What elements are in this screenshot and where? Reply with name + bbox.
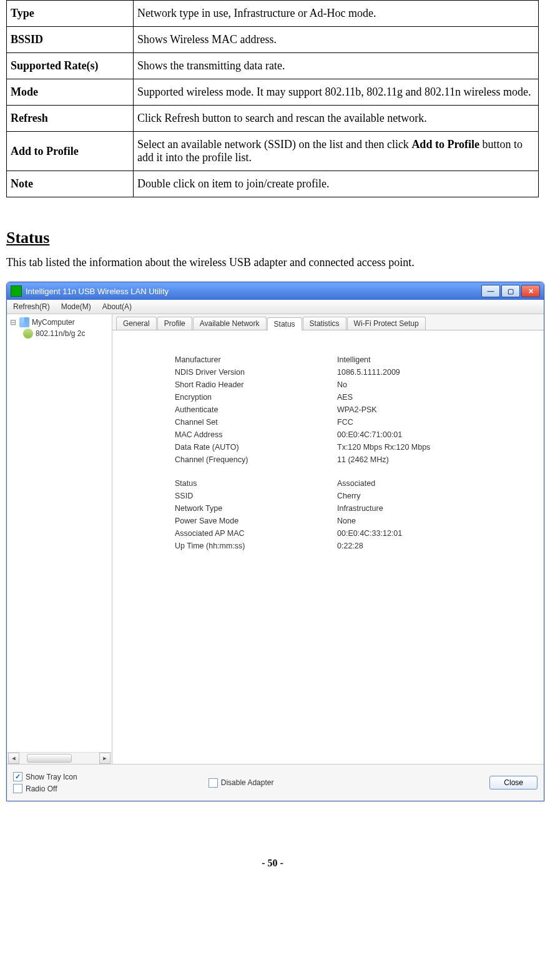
definition-row: TypeNetwork type in use, Infrastructure … bbox=[7, 1, 539, 27]
status-key: Channel Set bbox=[175, 418, 337, 427]
definition-row: Add to ProfileSelect an available networ… bbox=[7, 132, 539, 171]
show-tray-checkbox[interactable]: ✓ Show Tray Icon bbox=[13, 772, 77, 781]
status-key: MAC Address bbox=[175, 430, 337, 439]
status-value: Tx:120 Mbps Rx:120 Mbps bbox=[337, 443, 531, 452]
definition-term: Refresh bbox=[7, 106, 134, 132]
status-value: Cherry bbox=[337, 492, 531, 500]
checkbox-unchecked-icon bbox=[209, 778, 218, 788]
tab-wi-fi-protect-setup[interactable]: Wi-Fi Protect Setup bbox=[347, 317, 426, 330]
tree-root-label: MyComputer bbox=[32, 318, 75, 327]
status-key: Manufacturer bbox=[175, 355, 337, 364]
tab-status[interactable]: Status bbox=[267, 317, 302, 330]
status-row: ManufacturerIntelligent bbox=[175, 355, 531, 364]
status-key: Authenticate bbox=[175, 405, 337, 414]
status-key: Short Radio Header bbox=[175, 380, 337, 389]
definition-desc: Shows Wireless MAC address. bbox=[134, 27, 539, 53]
definition-desc: Select an available network (SSID) on th… bbox=[134, 132, 539, 171]
scroll-thumb[interactable] bbox=[27, 754, 72, 763]
definition-desc: Click Refresh button to search and resca… bbox=[134, 106, 539, 132]
status-row: Network TypeInfrastructure bbox=[175, 504, 531, 513]
definition-row: Supported Rate(s)Shows the transmitting … bbox=[7, 53, 539, 79]
status-value: FCC bbox=[337, 418, 531, 427]
status-value: Intelligent bbox=[337, 355, 531, 364]
tree-child[interactable]: 802.11n/b/g 2c bbox=[7, 328, 112, 339]
status-row: SSIDCherry bbox=[175, 492, 531, 500]
menu-mode[interactable]: Mode(M) bbox=[61, 302, 91, 311]
tab-general[interactable]: General bbox=[116, 317, 157, 330]
computer-icon bbox=[19, 317, 29, 327]
status-row: Power Save ModeNone bbox=[175, 517, 531, 525]
definition-row: RefreshClick Refresh button to search an… bbox=[7, 106, 539, 132]
disable-adapter-label: Disable Adapter bbox=[221, 778, 274, 787]
status-row: NDIS Driver Version1086.5.1111.2009 bbox=[175, 368, 531, 377]
definition-term: BSSID bbox=[7, 27, 134, 53]
status-key: Associated AP MAC bbox=[175, 529, 337, 538]
tab-strip: GeneralProfileAvailable NetworkStatusSta… bbox=[112, 314, 544, 330]
menu-about[interactable]: About(A) bbox=[102, 302, 132, 311]
close-window-button[interactable]: ✕ bbox=[521, 285, 540, 297]
definition-row: NoteDouble click on item to join/create … bbox=[7, 171, 539, 197]
status-value: Associated bbox=[337, 479, 531, 488]
status-row: Data Rate (AUTO)Tx:120 Mbps Rx:120 Mbps bbox=[175, 443, 531, 452]
status-row: EncryptionAES bbox=[175, 393, 531, 402]
scroll-left-icon[interactable]: ◄ bbox=[8, 753, 19, 764]
bottom-bar: ✓ Show Tray Icon Radio Off Disable Adapt… bbox=[7, 764, 544, 801]
section-intro: This tab listed the information about th… bbox=[6, 256, 539, 269]
status-value: 00:E0:4C:71:00:01 bbox=[337, 430, 531, 439]
disable-adapter-checkbox[interactable]: Disable Adapter bbox=[209, 778, 274, 788]
tree-root[interactable]: ⊟ MyComputer bbox=[7, 317, 112, 328]
status-row: AuthenticateWPA2-PSK bbox=[175, 405, 531, 414]
definition-desc: Double click on item to join/create prof… bbox=[134, 171, 539, 197]
checkbox-checked-icon: ✓ bbox=[13, 772, 22, 781]
status-key: Network Type bbox=[175, 504, 337, 513]
minimize-button[interactable]: — bbox=[481, 285, 500, 297]
definitions-table: TypeNetwork type in use, Infrastructure … bbox=[6, 0, 539, 197]
maximize-button[interactable]: ▢ bbox=[501, 285, 520, 297]
status-value: 00:E0:4C:33:12:01 bbox=[337, 529, 531, 538]
app-window: Intelligent 11n USB Wireless LAN Utility… bbox=[6, 282, 544, 801]
tab-statistics[interactable]: Statistics bbox=[303, 317, 346, 330]
adapter-icon bbox=[23, 329, 33, 339]
titlebar: Intelligent 11n USB Wireless LAN Utility… bbox=[7, 282, 544, 300]
close-button[interactable]: Close bbox=[489, 776, 538, 789]
status-row: Channel (Frequency)11 (2462 MHz) bbox=[175, 455, 531, 464]
status-value: None bbox=[337, 517, 531, 525]
definition-term: Supported Rate(s) bbox=[7, 53, 134, 79]
definition-desc: Supported wireless mode. It may support … bbox=[134, 79, 539, 106]
status-row: Associated AP MAC00:E0:4C:33:12:01 bbox=[175, 529, 531, 538]
status-value: 1086.5.1111.2009 bbox=[337, 368, 531, 377]
radio-off-checkbox[interactable]: Radio Off bbox=[13, 784, 77, 793]
status-key: Up Time (hh:mm:ss) bbox=[175, 542, 337, 550]
app-icon bbox=[11, 285, 22, 297]
definition-term: Mode bbox=[7, 79, 134, 106]
tab-available-network[interactable]: Available Network bbox=[193, 317, 267, 330]
status-key: Encryption bbox=[175, 393, 337, 402]
status-value: AES bbox=[337, 393, 531, 402]
status-row: Short Radio HeaderNo bbox=[175, 380, 531, 389]
show-tray-label: Show Tray Icon bbox=[26, 773, 77, 781]
tree-scrollbar[interactable]: ◄ ► bbox=[7, 752, 112, 764]
definition-desc: Network type in use, Infrastructure or A… bbox=[134, 1, 539, 27]
status-row: StatusAssociated bbox=[175, 479, 531, 488]
status-tab-body: ManufacturerIntelligentNDIS Driver Versi… bbox=[112, 330, 544, 764]
tree-collapse-icon[interactable]: ⊟ bbox=[9, 318, 17, 327]
scroll-right-icon[interactable]: ► bbox=[99, 753, 110, 764]
section-heading: Status bbox=[6, 229, 539, 247]
status-value: 0:22:28 bbox=[337, 542, 531, 550]
status-key: Status bbox=[175, 479, 337, 488]
menu-refresh[interactable]: Refresh(R) bbox=[13, 302, 50, 311]
status-value: WPA2-PSK bbox=[337, 405, 531, 414]
tab-profile[interactable]: Profile bbox=[157, 317, 192, 330]
window-title: Intelligent 11n USB Wireless LAN Utility bbox=[26, 287, 169, 296]
page-number: - 50 - bbox=[6, 858, 539, 881]
status-key: Power Save Mode bbox=[175, 517, 337, 525]
definition-term: Add to Profile bbox=[7, 132, 134, 171]
status-value: No bbox=[337, 380, 531, 389]
tree-pane: ⊟ MyComputer 802.11n/b/g 2c ◄ ► bbox=[7, 314, 112, 764]
definition-term: Type bbox=[7, 1, 134, 27]
status-key: Channel (Frequency) bbox=[175, 455, 337, 464]
status-row: Up Time (hh:mm:ss)0:22:28 bbox=[175, 542, 531, 550]
status-key: Data Rate (AUTO) bbox=[175, 443, 337, 452]
definition-desc: Shows the transmitting data rate. bbox=[134, 53, 539, 79]
definition-row: BSSIDShows Wireless MAC address. bbox=[7, 27, 539, 53]
